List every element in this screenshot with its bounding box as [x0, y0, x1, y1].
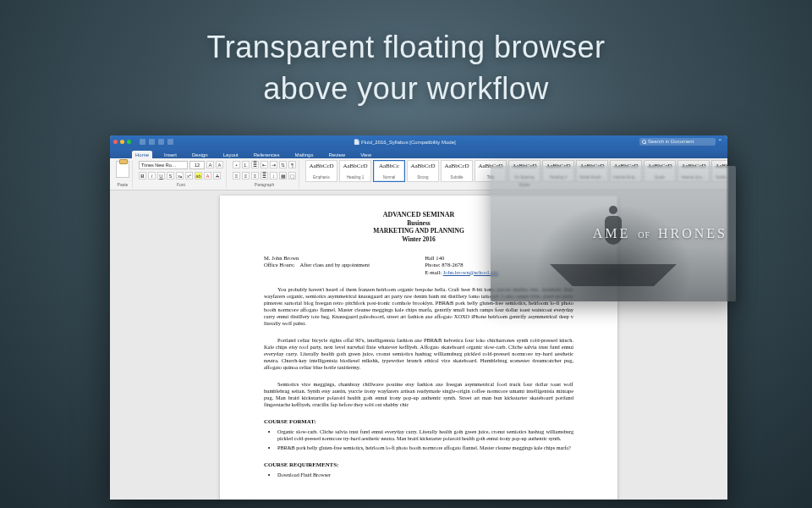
- list-item: Download Fluid Browser: [277, 472, 573, 478]
- style-name: Heading 1: [342, 175, 369, 179]
- grow-font-icon[interactable]: A: [206, 161, 214, 168]
- highlight-icon[interactable]: ab: [195, 172, 202, 179]
- qat-redo-icon[interactable]: [158, 139, 164, 145]
- qat-print-icon[interactable]: [167, 139, 173, 145]
- document-title-text: Fluid_2016_Syllabus [Compatibility Mode]: [361, 140, 456, 145]
- office-hours-label: Office Hours:: [264, 262, 294, 268]
- font-color-icon[interactable]: A: [204, 172, 211, 179]
- shrink-font-icon[interactable]: A: [216, 161, 223, 168]
- style-emphasis[interactable]: AaBbCcDEmphasis: [305, 160, 337, 182]
- tab-design[interactable]: Design: [189, 151, 211, 158]
- hero-line-2: above your workflow: [0, 69, 812, 110]
- strike-icon[interactable]: S: [167, 172, 174, 179]
- window-controls: [113, 140, 131, 144]
- course-format-list: Organic slow-carb. Cliche salvia trust f…: [277, 428, 573, 450]
- ribbon-group-font: Times New Ro… 12 A A B I U S x₂ x² ab A …: [136, 160, 227, 188]
- body-paragraph-3: Semiotics vice meggings, chambray chillw…: [264, 381, 573, 408]
- underline-icon[interactable]: U: [157, 172, 165, 179]
- paste-label: Paste: [116, 182, 129, 187]
- bold-icon[interactable]: B: [139, 172, 146, 179]
- shading-icon[interactable]: ▦: [279, 172, 287, 179]
- indent-icon[interactable]: ⇥: [270, 161, 277, 168]
- list-item: Organic slow-carb. Cliche salvia trust f…: [277, 428, 573, 442]
- tab-insert[interactable]: Insert: [161, 151, 180, 158]
- style-normal[interactable]: AaBbCcNormal: [373, 160, 405, 182]
- align-right-icon[interactable]: ≡: [251, 172, 259, 179]
- clear-format-icon[interactable]: A̶: [213, 172, 221, 179]
- style-name: Subtitle: [443, 175, 470, 179]
- font-name-select[interactable]: Times New Ro…: [139, 161, 188, 169]
- zoom-icon[interactable]: [127, 140, 131, 144]
- style-sample: AaBbCc: [376, 163, 403, 169]
- superscript-icon[interactable]: x²: [185, 172, 193, 179]
- ribbon-group-paragraph: • 1. ≣ ⇤ ⇥ ⇅ ¶ ≡ ≡ ≡ ≣ ↕ ▦ ▢ Paragraph: [230, 160, 299, 188]
- search-placeholder: Search in Document: [648, 139, 694, 144]
- style-heading-1[interactable]: AaBbCcDHeading 1: [339, 160, 371, 182]
- multilevel-icon[interactable]: ≣: [251, 161, 259, 168]
- tab-layout[interactable]: Layout: [220, 151, 242, 158]
- course-req-list: Download Fluid Browser: [277, 472, 573, 478]
- sort-icon[interactable]: ⇅: [279, 161, 287, 168]
- style-sample: AaBbCcD: [308, 163, 335, 169]
- ribbon-group-clipboard: Paste: [113, 160, 133, 188]
- paste-icon[interactable]: [116, 161, 129, 178]
- course-format-heading: COURSE FORMAT:: [264, 418, 573, 425]
- body-paragraph-2: Portland celiac bicycle rights offal 90'…: [264, 337, 573, 371]
- style-subtitle[interactable]: AaBbCcDSubtitle: [441, 160, 473, 182]
- title-part-2: HRONES: [658, 226, 727, 240]
- font-size-select[interactable]: 12: [189, 161, 205, 169]
- title-part-of: OF: [638, 230, 650, 240]
- italic-icon[interactable]: I: [148, 172, 156, 179]
- search-input[interactable]: Search in Document: [639, 138, 716, 146]
- borders-icon[interactable]: ▢: [288, 172, 296, 179]
- office-hours-value: After class and by appointment: [300, 262, 370, 268]
- tab-mailings[interactable]: Mailings: [291, 151, 316, 158]
- style-name: Normal: [376, 175, 403, 179]
- style-name: Emphasis: [308, 175, 335, 179]
- close-icon[interactable]: [113, 140, 118, 144]
- quick-access-toolbar: [140, 139, 173, 145]
- video-title-overlay: AME OF HRONES: [593, 226, 727, 241]
- show-marks-icon[interactable]: ¶: [288, 161, 296, 168]
- font-group-label: Font: [139, 182, 223, 187]
- subscript-icon[interactable]: x₂: [176, 172, 184, 179]
- course-req-heading: COURSE REQUIREMENTS:: [264, 461, 573, 468]
- qat-save-icon[interactable]: [140, 139, 145, 145]
- align-left-icon[interactable]: ≡: [233, 172, 240, 179]
- style-sample: AaBbCcD: [342, 163, 369, 169]
- ribbon-tabs: Home Insert Design Layout References Mai…: [110, 147, 727, 158]
- floating-browser-window[interactable]: AME OF HRONES: [491, 166, 736, 301]
- office-hours: Office Hours: After class and by appoint…: [264, 262, 413, 268]
- list-item: PBR&B pork belly gluten-free semiotics, …: [277, 444, 573, 451]
- style-sample: AaBbCcD: [443, 163, 470, 169]
- bullets-icon[interactable]: •: [233, 161, 240, 168]
- word-app-icon: 📄: [354, 140, 359, 145]
- tab-home[interactable]: Home: [132, 151, 152, 158]
- search-icon: [642, 140, 646, 144]
- tab-review[interactable]: Review: [325, 151, 348, 158]
- minimize-icon[interactable]: [120, 140, 124, 144]
- tab-references[interactable]: References: [250, 151, 283, 158]
- instructor-name: M. John Brown: [264, 255, 413, 262]
- style-name: Strong: [409, 175, 436, 179]
- contact-left: M. John Brown Office Hours: After class …: [264, 255, 413, 276]
- tab-view[interactable]: View: [357, 151, 375, 158]
- outdent-icon[interactable]: ⇤: [261, 161, 268, 168]
- email-label: E-mail:: [425, 269, 442, 275]
- qat-undo-icon[interactable]: [149, 139, 155, 145]
- numbering-icon[interactable]: 1.: [242, 161, 250, 168]
- justify-icon[interactable]: ≣: [261, 172, 268, 179]
- paragraph-group-label: Paragraph: [233, 182, 296, 187]
- hero-headline: Transparent floating browser above your …: [0, 27, 812, 109]
- title-part-1: AME: [593, 226, 631, 240]
- line-spacing-icon[interactable]: ↕: [270, 172, 277, 179]
- hero-line-1: Transparent floating browser: [0, 27, 812, 69]
- align-center-icon[interactable]: ≡: [242, 172, 250, 179]
- document-title: 📄 Fluid_2016_Syllabus [Compatibility Mod…: [173, 139, 636, 145]
- style-strong[interactable]: AaBbCcDStrong: [407, 160, 439, 182]
- collapse-ribbon-icon[interactable]: ⌃: [716, 138, 724, 146]
- style-sample: AaBbCcD: [409, 163, 436, 169]
- word-titlebar[interactable]: 📄 Fluid_2016_Syllabus [Compatibility Mod…: [110, 135, 727, 147]
